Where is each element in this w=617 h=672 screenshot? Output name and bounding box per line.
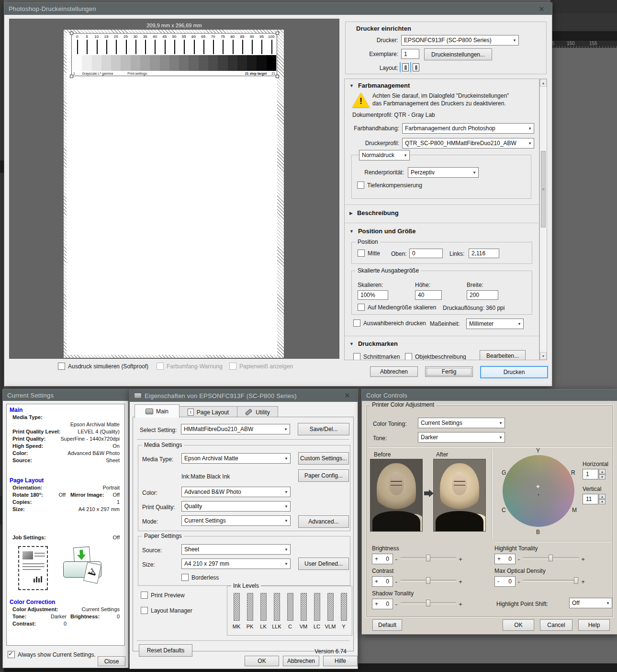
slider-thumb[interactable]	[426, 577, 430, 584]
print-button[interactable]: Drucken	[480, 366, 548, 378]
object-description-checkbox[interactable]: Objektbeschreibung	[405, 353, 466, 360]
save-del-button[interactable]: Save/Del...	[298, 423, 349, 435]
wheel-cursor[interactable]: +	[536, 483, 540, 490]
dialog-titlebar[interactable]: Photoshop-Druckeinstellungen ✕	[4, 3, 552, 15]
selection-handle[interactable]	[276, 75, 279, 78]
tab-page-layout[interactable]: 1Page Layout	[179, 406, 237, 418]
highlight-point-shift-combo[interactable]: Off▾	[569, 598, 612, 608]
black-point-compensation-checkbox[interactable]: Tiefenkompensierung	[357, 182, 422, 189]
checkbox-box[interactable]	[353, 353, 360, 360]
help-button[interactable]: Hilfe	[323, 656, 358, 666]
cancel-button[interactable]: Cancel	[540, 619, 572, 631]
cancel-button[interactable]: Abbrechen	[370, 366, 418, 377]
left-input[interactable]: 2,116	[469, 249, 499, 258]
checkbox-box[interactable]	[358, 250, 365, 257]
checkbox-box[interactable]	[181, 574, 189, 581]
position-size-section-header[interactable]: ▼Position und Größe	[349, 228, 416, 235]
selection-handle[interactable]	[70, 75, 73, 78]
spin-down-icon[interactable]: ▼	[599, 474, 606, 479]
close-button[interactable]: Close	[98, 656, 125, 666]
checkbox-box[interactable]	[405, 353, 412, 360]
checkbox-box[interactable]	[8, 651, 15, 658]
color-toning-combo[interactable]: Current Settings▾	[418, 418, 505, 428]
spin-up-icon[interactable]: ▲	[599, 494, 606, 499]
color-wheel[interactable]: +	[503, 455, 574, 527]
scroll-down-arrow[interactable]: ▼	[540, 352, 547, 360]
dialog-titlebar[interactable]: Color Controls	[362, 389, 617, 401]
collapsed-triangle-icon[interactable]: ▶	[349, 211, 353, 216]
step-wedge-target[interactable]: 0510152025303540455055606570758085909510…	[71, 33, 277, 76]
default-button[interactable]: Default	[372, 619, 402, 631]
slider-value-box[interactable]: -0	[494, 576, 516, 587]
selection-handle[interactable]	[70, 32, 73, 35]
checkbox-box[interactable]	[358, 304, 365, 311]
print-selected-area-checkbox[interactable]: Auswahlbereich drucken	[353, 319, 426, 327]
custom-settings-button[interactable]: Custom Settings...	[298, 452, 349, 465]
source-combo[interactable]: Sheet▾	[181, 544, 291, 555]
description-section-header[interactable]: ▶Beschreibung	[349, 209, 399, 216]
render-intent-select[interactable]: Perzeptiv▾	[408, 167, 479, 178]
scrollbar-thumb[interactable]: ≡	[541, 151, 546, 228]
collapse-triangle-icon[interactable]: ▼	[349, 342, 354, 346]
print-settings-button[interactable]: Druckeinstellungen...	[424, 48, 492, 60]
slider-track[interactable]	[401, 555, 456, 563]
width-input[interactable]: 200	[467, 290, 498, 300]
ok-button[interactable]: OK	[503, 619, 534, 631]
ok-button[interactable]: OK	[245, 656, 279, 666]
print-preview-checkbox[interactable]: Print Preview	[141, 592, 185, 599]
size-combo[interactable]: A4 210 x 297 mm▾	[181, 558, 291, 569]
slider-value-box[interactable]: +0	[372, 599, 393, 609]
slider-value-box[interactable]: +0	[372, 554, 393, 564]
copies-input[interactable]: 1	[401, 49, 419, 59]
spin-up-icon[interactable]: ▲	[599, 469, 606, 474]
slider-track[interactable]	[401, 600, 456, 608]
slider-thumb[interactable]	[574, 577, 578, 584]
close-icon[interactable]: ✕	[536, 5, 548, 13]
softproof-checkbox[interactable]: Ausdruck simulieren (Softproof)	[58, 363, 148, 370]
slider-thumb[interactable]	[426, 555, 430, 561]
collapse-triangle-icon[interactable]: ▼	[349, 83, 354, 88]
reset-defaults-button[interactable]: Reset Defaults	[139, 644, 192, 657]
selection-handle[interactable]	[276, 32, 279, 35]
horizontal-spinner[interactable]: 1 ▲▼	[583, 469, 606, 479]
collapse-triangle-icon[interactable]: ▼	[349, 229, 354, 234]
cancel-button[interactable]: Abbrechen	[283, 656, 319, 666]
color-handling-select[interactable]: Farbmanagement durch Photoshop▾	[402, 123, 534, 134]
slider-value-box[interactable]: +0	[494, 554, 516, 564]
slider-track[interactable]	[523, 577, 579, 586]
mode-combo[interactable]: Current Settings▾	[181, 515, 291, 526]
done-button[interactable]: Fertig	[425, 366, 473, 377]
media-type-combo[interactable]: Epson Archival Matte▾	[181, 453, 291, 464]
paper-config-button[interactable]: Paper Config...	[298, 469, 349, 482]
color-combo[interactable]: Advanced B&W Photo▾	[181, 487, 291, 497]
checkbox-box[interactable]	[353, 319, 360, 327]
printing-marks-section-header[interactable]: ▼Druckmarken	[349, 340, 398, 347]
printer-profile-select[interactable]: QTR_SC-P800_HMMattFibreDuo210_ABW▾	[402, 138, 534, 148]
settings-scrollbar[interactable]: ▲ ≡ ▼	[539, 79, 547, 360]
crop-marks-checkbox[interactable]: Schnittmarken	[353, 353, 400, 360]
height-input[interactable]: 40	[415, 290, 442, 300]
checkbox-box[interactable]	[141, 592, 148, 599]
scale-input[interactable]: 100%	[358, 290, 388, 300]
checkbox-box[interactable]	[357, 182, 364, 189]
checkbox-box[interactable]	[141, 607, 148, 614]
layout-manager-checkbox[interactable]: Layout Manager	[141, 607, 192, 614]
layout-portrait-icon[interactable]	[402, 63, 409, 71]
page-preview[interactable]: 0510152025303540455055606570758085909510…	[64, 30, 284, 358]
user-defined-button[interactable]: User Defined...	[298, 558, 349, 570]
always-show-checkbox[interactable]: Always show Current Settings.	[8, 651, 96, 658]
select-setting-combo[interactable]: HMMattFibreDuo210_ABW▾	[181, 424, 290, 434]
center-checkbox[interactable]: Mitte	[358, 250, 380, 257]
borderless-checkbox[interactable]: Borderless	[181, 574, 219, 581]
tab-main[interactable]: Main	[135, 404, 179, 418]
layout-landscape-icon[interactable]	[413, 63, 419, 71]
top-input[interactable]: 0	[409, 249, 443, 258]
slider-value-box[interactable]: +0	[372, 576, 393, 587]
tone-combo[interactable]: Darker▾	[418, 432, 505, 443]
spin-down-icon[interactable]: ▼	[599, 499, 606, 504]
tab-utility[interactable]: Utility	[237, 406, 278, 418]
print-quality-combo[interactable]: Quality▾	[181, 501, 291, 512]
checkbox-box[interactable]	[58, 363, 65, 370]
unit-select[interactable]: Millimeter▾	[466, 319, 524, 329]
printer-select[interactable]: EPSONFC913F (SC-P800 Series)▾	[401, 35, 519, 46]
